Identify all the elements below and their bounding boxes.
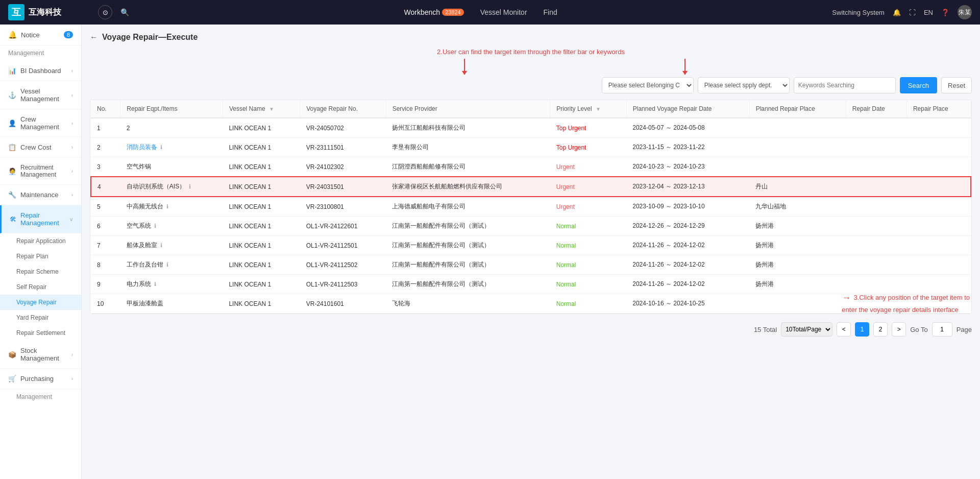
info-icon[interactable]: ℹ bbox=[166, 261, 168, 268]
info-icon[interactable]: ℹ bbox=[189, 183, 191, 189]
cell-vessel: LINK OCEAN 1 bbox=[223, 236, 300, 255]
prev-page-button[interactable]: < bbox=[837, 322, 851, 337]
layout: 🔔 Notice 8 Management 📊 BI Dashboard › ⚓… bbox=[0, 25, 980, 479]
cell-eqpt: 2 bbox=[120, 118, 223, 138]
cell-repair-place bbox=[906, 275, 971, 294]
chevron-icon: › bbox=[71, 145, 73, 150]
notification-icon[interactable]: 🔔 bbox=[893, 9, 901, 16]
back-button[interactable]: ← bbox=[90, 33, 98, 42]
table-row[interactable]: 6空气系统 ℹLINK OCEAN 1OL1-VR-24122601江南第一船舶… bbox=[91, 217, 971, 236]
page-2-button[interactable]: 2 bbox=[873, 322, 888, 337]
switching-system[interactable]: Switching System bbox=[832, 9, 885, 16]
col-vessel[interactable]: Vessel Name ▼ bbox=[223, 100, 300, 118]
reset-button[interactable]: Reset bbox=[941, 77, 972, 93]
sidebar-item-purchasing-management[interactable]: Management bbox=[0, 389, 81, 404]
table-row[interactable]: 8工作台及台钳 ℹLINK OCEAN 1OL1-VR-24112502江南第一… bbox=[91, 255, 971, 275]
nav-center: Workbench 23824 Vessel Monitor Find bbox=[137, 8, 824, 16]
cell-vessel: LINK OCEAN 1 bbox=[223, 138, 300, 157]
sidebar-sub-yard-repair[interactable]: Yard Repair bbox=[0, 310, 81, 325]
cell-vessel: LINK OCEAN 1 bbox=[223, 255, 300, 275]
annotation-filter: 2.User can find the target item through … bbox=[90, 48, 972, 75]
cell-repair-place bbox=[906, 255, 971, 275]
nav-workbench[interactable]: Workbench 23824 bbox=[404, 8, 464, 16]
info-icon[interactable]: ℹ bbox=[154, 223, 156, 229]
col-priority[interactable]: Priority Level ▼ bbox=[550, 100, 627, 118]
dept-select[interactable]: Please select spply dept. bbox=[698, 77, 790, 93]
sidebar-item-vessel[interactable]: ⚓ Vessel Management › bbox=[0, 81, 81, 109]
cell-vr-no: OL1-VR-24112503 bbox=[300, 275, 386, 294]
cell-no: 7 bbox=[91, 236, 120, 255]
table-row[interactable]: 4自动识别系统（AIS） ℹLINK OCEAN 1VR-24031501张家港… bbox=[91, 177, 971, 197]
nav-find[interactable]: Find bbox=[544, 8, 557, 16]
sidebar-sub-self-repair[interactable]: Self Repair bbox=[0, 279, 81, 295]
belonging-select[interactable]: Please select Belonging C bbox=[602, 77, 694, 93]
col-no: No. bbox=[91, 100, 120, 118]
help-icon[interactable]: ❓ bbox=[941, 9, 949, 16]
cell-priority: Urgent bbox=[550, 177, 627, 197]
cell-vr-no: OL1-VR-24122601 bbox=[300, 217, 386, 236]
nav-vessel-monitor[interactable]: Vessel Monitor bbox=[480, 8, 527, 16]
logo-icon: 互 bbox=[8, 4, 24, 20]
sidebar-item-notice[interactable]: 🔔 Notice 8 bbox=[0, 25, 81, 45]
cell-repair-date bbox=[846, 275, 906, 294]
page-size-select[interactable]: 10Total/Page bbox=[781, 322, 832, 337]
info-icon[interactable]: ℹ bbox=[160, 242, 162, 248]
chevron-icon: › bbox=[71, 192, 73, 198]
sidebar-sub-repair-scheme[interactable]: Repair Scheme bbox=[0, 264, 81, 279]
cell-repair-date bbox=[846, 138, 906, 157]
search-button[interactable]: Search bbox=[900, 77, 937, 93]
sidebar-vessel-label: Vessel Management bbox=[20, 87, 67, 103]
page-title: Voyage Repair—Execute bbox=[102, 33, 198, 42]
sidebar-item-management[interactable]: Management bbox=[0, 45, 81, 61]
crew-mgmt-icon: 👤 bbox=[8, 119, 16, 127]
sidebar-sub-repair-plan[interactable]: Repair Plan bbox=[0, 249, 81, 264]
cell-vr-no: OL1-VR-24112501 bbox=[300, 236, 386, 255]
info-icon[interactable]: ℹ bbox=[166, 203, 168, 209]
history-icon[interactable]: ⊙ bbox=[98, 5, 112, 19]
sidebar-item-stock[interactable]: 📦 Stock Management › bbox=[0, 341, 81, 369]
table-row[interactable]: 9电力系统 ℹLINK OCEAN 1OL1-VR-24112503江南第一船舶… bbox=[91, 275, 971, 294]
fullscreen-icon[interactable]: ⛶ bbox=[909, 9, 916, 16]
cell-provider: 江南第一船舶配件有限公司（测试） bbox=[386, 236, 550, 255]
table-row[interactable]: 2消防员装备 ℹLINK OCEAN 1VR-23111501李垦有限公司Top… bbox=[91, 138, 971, 157]
annotation-text: 2.User can find the target item through … bbox=[90, 48, 972, 56]
sidebar-sub-voyage-repair[interactable]: Voyage Repair bbox=[0, 295, 81, 310]
avatar[interactable]: 朱某 bbox=[958, 5, 972, 19]
cell-no: 3 bbox=[91, 157, 120, 177]
cell-no: 10 bbox=[91, 294, 120, 314]
sidebar-sub-repair-settlement[interactable]: Repair Settlement bbox=[0, 325, 81, 341]
sidebar-item-purchasing[interactable]: 🛒 Purchasing › bbox=[0, 369, 81, 389]
lang-selector[interactable]: EN bbox=[924, 9, 933, 16]
sidebar-item-maintenance[interactable]: 🔧 Maintenance › bbox=[0, 185, 81, 205]
table-row[interactable]: 5中高频无线台 ℹLINK OCEAN 1VR-23100801上海德威船舶电子… bbox=[91, 197, 971, 217]
table-row[interactable]: 10甲板油漆舱盖LINK OCEAN 1VR-24101601飞轮海Normal… bbox=[91, 294, 971, 314]
cell-planned-date: 2024-10-23 ～ 2024-10-23 bbox=[626, 157, 749, 177]
search-icon[interactable]: 🔍 bbox=[120, 8, 129, 16]
goto-input[interactable] bbox=[932, 322, 952, 337]
eqpt-link[interactable]: 消防员装备 bbox=[127, 143, 157, 151]
sidebar-crew-mgmt-label: Crew Management bbox=[20, 115, 67, 131]
next-page-button[interactable]: > bbox=[892, 322, 906, 337]
chevron-icon: › bbox=[71, 169, 73, 174]
sidebar-item-bi[interactable]: 📊 BI Dashboard › bbox=[0, 61, 81, 81]
sidebar-item-recruitment[interactable]: 🧑‍💼 Recruitment Management › bbox=[0, 158, 81, 185]
cell-repair-date bbox=[846, 294, 906, 314]
page-1-button[interactable]: 1 bbox=[855, 322, 869, 337]
sidebar-item-crew-mgmt[interactable]: 👤 Crew Management › bbox=[0, 109, 81, 137]
cell-vr-no: VR-24050702 bbox=[300, 118, 386, 138]
table-row[interactable]: 3空气炸锅LINK OCEAN 1VR-24102302江阴澄西船舶船修有限公司… bbox=[91, 157, 971, 177]
info-icon[interactable]: ℹ bbox=[154, 281, 156, 287]
cell-planned-place bbox=[749, 118, 846, 138]
sidebar-item-crew-cost[interactable]: 📋 Crew Cost › bbox=[0, 137, 81, 158]
cell-vessel: LINK OCEAN 1 bbox=[223, 197, 300, 217]
cell-planned-place bbox=[749, 157, 846, 177]
sidebar-repair-label: Repair Management bbox=[20, 211, 65, 227]
sidebar-item-repair[interactable]: 🛠 Repair Management ∨ bbox=[0, 205, 81, 233]
cell-vr-no: VR-24101601 bbox=[300, 294, 386, 314]
keywords-input[interactable] bbox=[794, 77, 896, 93]
table-row[interactable]: 12LINK OCEAN 1VR-24050702扬州互江船舶科技有限公司Top… bbox=[91, 118, 971, 138]
table-row[interactable]: 7船体及舱室 ℹLINK OCEAN 1OL1-VR-24112501江南第一船… bbox=[91, 236, 971, 255]
sidebar-sub-repair-application[interactable]: Repair Application bbox=[0, 233, 81, 249]
info-icon[interactable]: ℹ bbox=[160, 144, 162, 150]
col-repair-place: Repair Place bbox=[906, 100, 971, 118]
